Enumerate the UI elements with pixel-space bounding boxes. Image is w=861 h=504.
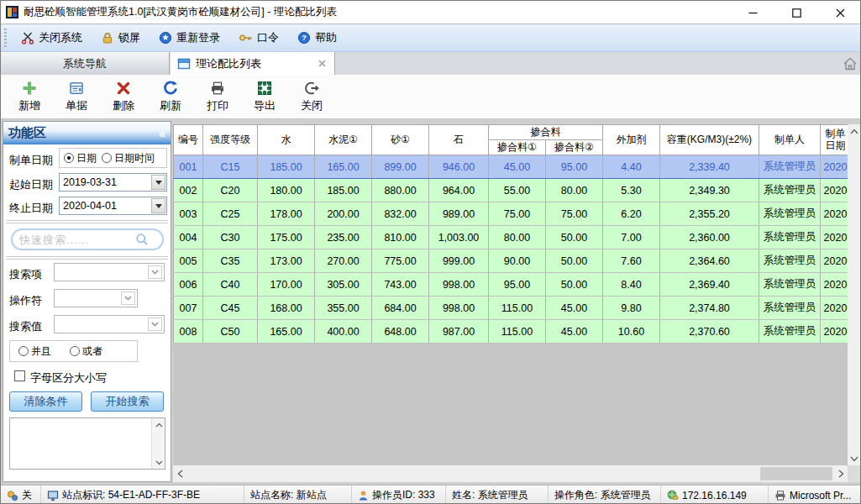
column-header[interactable]: 制单日期 <box>821 125 848 155</box>
h-scroll-thumb[interactable] <box>760 467 832 480</box>
table-cell[interactable]: 75.00 <box>489 202 546 226</box>
case-sensitive-checkbox[interactable] <box>14 370 25 381</box>
table-cell[interactable]: 165.00 <box>315 155 372 179</box>
table-cell[interactable]: 2,374.80 <box>660 297 759 320</box>
table-cell[interactable]: 50.00 <box>546 226 603 249</box>
listbox-scrollbar[interactable] <box>151 418 165 469</box>
table-cell[interactable]: 5.30 <box>603 179 660 202</box>
table-cell[interactable]: 2020 <box>821 226 848 249</box>
table-row[interactable]: 008C50165.00400.00648.00987.00115.0045.0… <box>174 320 848 344</box>
table-row[interactable]: 002C20180.00185.00880.00964.0055.0080.00… <box>174 179 848 202</box>
table-cell[interactable]: 185.00 <box>258 155 315 179</box>
close-tab-button[interactable] <box>316 58 328 70</box>
table-cell[interactable]: 2,349.30 <box>660 179 759 202</box>
table-cell[interactable]: 270.00 <box>315 249 372 273</box>
radio-or[interactable] <box>70 346 80 356</box>
table-cell[interactable]: 2020 <box>821 297 848 320</box>
table-cell[interactable]: 95.00 <box>546 155 603 179</box>
table-cell[interactable]: 004 <box>174 226 203 249</box>
table-cell[interactable]: C20 <box>203 179 258 202</box>
table-cell[interactable]: 6.20 <box>603 202 660 226</box>
table-cell[interactable]: 946.00 <box>429 155 489 179</box>
table-cell[interactable]: 9.80 <box>603 297 660 320</box>
table-cell[interactable]: 45.00 <box>546 297 603 320</box>
table-cell[interactable]: C40 <box>203 273 258 297</box>
table-cell[interactable]: 832.00 <box>372 202 429 226</box>
table-cell[interactable]: 185.00 <box>315 179 372 202</box>
table-row[interactable]: 001C15185.00165.00899.00946.0045.0095.00… <box>174 155 848 179</box>
column-header[interactable]: 石 <box>429 125 489 155</box>
table-cell[interactable]: 80.00 <box>489 226 546 249</box>
scroll-left-icon[interactable] <box>173 465 186 482</box>
help-button[interactable]: ? 帮助 <box>288 24 346 51</box>
export-button[interactable]: 导出 <box>244 77 285 116</box>
table-cell[interactable]: 115.00 <box>489 320 546 344</box>
start-search-button[interactable]: 开始搜索 <box>91 391 164 412</box>
home-button[interactable] <box>842 55 858 72</box>
table-cell[interactable]: 80.00 <box>546 179 603 202</box>
close-view-button[interactable]: 关闭 <box>291 77 332 116</box>
scroll-down-icon[interactable] <box>152 456 165 469</box>
password-button[interactable]: 口令 <box>229 24 288 51</box>
column-header[interactable]: 强度等级 <box>203 125 258 155</box>
table-cell[interactable]: 系统管理员 <box>759 249 821 273</box>
table-cell[interactable]: 2,339.40 <box>660 155 759 179</box>
table-cell[interactable]: 001 <box>174 155 203 179</box>
start-date-dropdown-button[interactable] <box>151 175 165 190</box>
refresh-button[interactable]: 刷新 <box>150 77 191 116</box>
table-cell[interactable]: 8.40 <box>603 273 660 297</box>
table-cell[interactable]: 999.00 <box>429 249 489 273</box>
table-cell[interactable]: 305.00 <box>315 273 372 297</box>
table-cell[interactable]: 系统管理员 <box>759 179 821 202</box>
table-cell[interactable]: 005 <box>174 249 203 273</box>
table-cell[interactable]: 45.00 <box>489 155 546 179</box>
close-system-button[interactable]: 关闭系统 <box>12 24 92 51</box>
scroll-down-icon[interactable] <box>848 452 861 465</box>
table-cell[interactable]: 7.00 <box>603 226 660 249</box>
table-cell[interactable]: 880.00 <box>372 179 429 202</box>
table-cell[interactable]: 2,355.20 <box>660 202 759 226</box>
table-cell[interactable]: 989.00 <box>429 202 489 226</box>
table-cell[interactable]: 998.00 <box>429 273 489 297</box>
table-cell[interactable]: 2020 <box>821 179 848 202</box>
table-cell[interactable]: 2020 <box>821 249 848 273</box>
table-cell[interactable]: 235.00 <box>315 226 372 249</box>
table-cell[interactable]: 006 <box>174 273 203 297</box>
table-cell[interactable]: 003 <box>174 202 203 226</box>
operator-dropdown-button[interactable] <box>121 291 135 305</box>
table-cell[interactable]: 998.00 <box>429 297 489 320</box>
table-cell[interactable]: 4.40 <box>603 155 660 179</box>
table-cell[interactable]: 115.00 <box>489 297 546 320</box>
table-cell[interactable]: 2,364.60 <box>660 249 759 273</box>
print-button[interactable]: 打印 <box>197 77 238 116</box>
table-cell[interactable]: 987.00 <box>429 320 489 344</box>
operator-combo[interactable] <box>54 289 138 307</box>
table-cell[interactable]: 2,360.00 <box>660 226 759 249</box>
search-item-combo[interactable] <box>54 263 165 281</box>
table-cell[interactable]: C25 <box>203 202 258 226</box>
end-date-dropdown-button[interactable] <box>151 198 165 213</box>
column-header[interactable]: 外加剂 <box>603 125 660 155</box>
document-button[interactable]: 单据 <box>56 77 97 116</box>
table-cell[interactable]: C35 <box>203 249 258 273</box>
minimize-button[interactable] <box>731 1 774 24</box>
v-scrollbar[interactable] <box>848 124 861 465</box>
column-header[interactable]: 掺合料① <box>489 140 546 155</box>
scroll-right-icon[interactable] <box>834 465 848 482</box>
radio-date[interactable] <box>64 153 74 163</box>
table-cell[interactable]: 775.00 <box>372 249 429 273</box>
table-cell[interactable]: 45.00 <box>546 320 603 344</box>
table-cell[interactable]: C30 <box>203 226 258 249</box>
table-cell[interactable]: 165.00 <box>258 320 315 344</box>
table-row[interactable]: 006C40170.00305.00743.00998.0095.0050.00… <box>174 273 848 297</box>
table-cell[interactable]: 648.00 <box>372 320 429 344</box>
table-row[interactable]: 003C25178.00200.00832.00989.0075.0075.00… <box>174 202 848 226</box>
table-cell[interactable]: 173.00 <box>258 249 315 273</box>
result-listbox[interactable] <box>9 417 165 470</box>
add-button[interactable]: 新增 <box>9 77 50 116</box>
delete-button[interactable]: 删除 <box>103 77 144 116</box>
table-cell[interactable]: 007 <box>174 297 203 320</box>
table-cell[interactable]: 180.00 <box>258 179 315 202</box>
table-cell[interactable]: 964.00 <box>429 179 489 202</box>
radio-and[interactable] <box>18 346 29 356</box>
